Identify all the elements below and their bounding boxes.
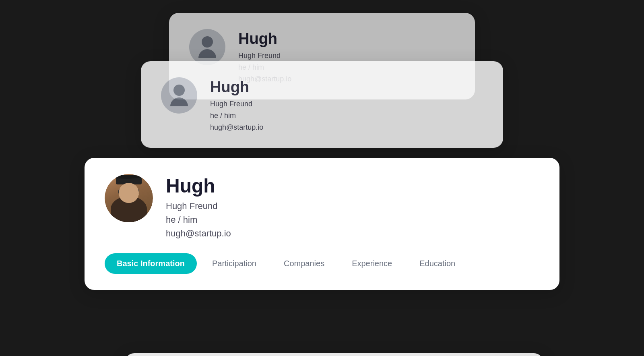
tab-companies[interactable]: Companies [272,253,336,274]
profile-card-mid: Hugh Hugh Freund he / him hugh@startup.i… [125,353,543,356]
avatar [105,174,153,222]
avatar-icon [170,85,188,106]
user-name: Hugh [166,176,539,197]
profile-stack: Hugh Hugh Freund he / him hugh@startup.i… [101,13,543,343]
card-header: Hugh Hugh Freund he / him hugh@startup.i… [105,174,539,239]
user-fullname: Hugh Freund [238,52,455,60]
user-name: Hugh [238,31,455,48]
avatar [189,29,225,65]
user-email: hugh@startup.io [210,123,483,132]
tab-basic-information[interactable]: Basic Information [105,253,197,274]
user-info: Hugh Hugh Freund he / him hugh@startup.i… [166,174,539,239]
tab-participation[interactable]: Participation [200,253,268,274]
avatar-body [198,49,216,58]
avatar-head [173,85,185,96]
avatar-head [202,36,213,48]
user-pronouns: he / him [166,215,539,225]
user-email: hugh@startup.io [166,228,539,239]
user-info: Hugh Hugh Freund he / him hugh@startup.i… [210,77,483,132]
user-fullname: Hugh Freund [210,100,483,108]
avatar-placeholder [161,77,197,114]
user-pronouns: he / him [210,112,483,120]
card-tabs: Basic Information Participation Companie… [105,253,539,274]
avatar-icon [198,36,216,58]
tab-education[interactable]: Education [407,253,467,274]
avatar-placeholder [189,29,225,65]
tab-experience[interactable]: Experience [340,253,404,274]
avatar-body [170,97,188,106]
card-header: Hugh Hugh Freund he / him hugh@startup.i… [161,77,483,132]
profile-card-back-2: Hugh Hugh Freund he / him hugh@startup.i… [141,61,503,148]
user-name: Hugh [210,79,483,96]
avatar-photo [105,174,153,222]
user-fullname: Hugh Freund [166,201,539,211]
avatar [161,77,197,114]
profile-card-main: Hugh Hugh Freund he / him hugh@startup.i… [85,158,559,290]
